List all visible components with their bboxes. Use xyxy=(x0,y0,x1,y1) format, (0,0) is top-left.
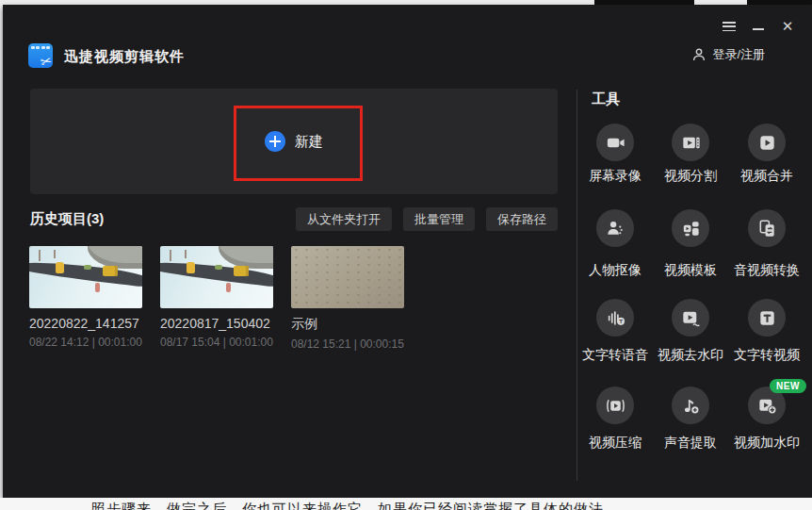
history-actions: 从文件夹打开 批量管理 保存路径 xyxy=(296,207,558,231)
tools-section-title: 工具 xyxy=(592,90,620,108)
background-text-line: 照步骤来。做完之后，你也可以来操作它。如果你已经阅读掌握了具体的做法， xyxy=(91,501,619,510)
project-name: 20220817_150402 xyxy=(160,316,273,331)
background-document-text: 照步骤来。做完之后，你也可以来操作它。如果你已经阅读掌握了具体的做法， xyxy=(0,498,812,510)
project-card[interactable]: 20220817_15040208/17 15:04 | 00:01:00 xyxy=(160,246,273,351)
project-meta: 08/12 15:21 | 00:00:15 xyxy=(291,337,404,351)
tool-label: 视频加水印 xyxy=(720,435,812,452)
person-cutout-icon xyxy=(596,209,634,247)
video-template-icon xyxy=(672,209,709,247)
film-holes xyxy=(31,46,50,49)
svg-text:T: T xyxy=(619,318,623,324)
annotation-highlight-box xyxy=(234,106,363,181)
user-icon xyxy=(691,47,706,62)
menu-icon[interactable] xyxy=(722,20,737,33)
scissors-icon: ✂ xyxy=(39,53,53,68)
video-merge-icon xyxy=(748,123,786,161)
app-logo-icon: ✂ xyxy=(28,43,53,68)
tool-label: 视频合并 xyxy=(720,168,812,185)
audio-extract-icon xyxy=(672,387,709,424)
project-card[interactable]: 20220822_14125708/22 14:12 | 00:01:00 xyxy=(29,246,142,351)
project-card[interactable]: 示例08/12 15:21 | 00:00:15 xyxy=(291,246,404,351)
menu-icon-glyph xyxy=(723,22,736,31)
project-thumbnail[interactable] xyxy=(29,246,142,308)
minimize-icon-glyph xyxy=(753,28,764,30)
history-section-title: 历史项目(3) xyxy=(30,210,104,228)
minimize-icon[interactable] xyxy=(751,20,766,33)
app-window: ✕ ✂ 迅捷视频剪辑软件 登录/注册 新建 历史项目(3) 从文件夹打开 批量管… xyxy=(3,5,812,498)
tool-av-convert[interactable]: 音视频转换 xyxy=(720,209,812,281)
login-register-label: 登录/注册 xyxy=(712,46,765,63)
save-path-button[interactable]: 保存路径 xyxy=(486,207,558,231)
project-thumbnail[interactable] xyxy=(160,246,273,308)
close-icon[interactable]: ✕ xyxy=(780,20,795,33)
project-list: 20220822_14125708/22 14:12 | 00:01:00202… xyxy=(29,246,422,351)
project-thumbnail[interactable] xyxy=(291,246,404,308)
watermark-remove-icon xyxy=(672,299,709,337)
tool-video-merge[interactable]: 视频合并 xyxy=(720,123,812,187)
project-meta: 08/17 15:04 | 00:01:00 xyxy=(160,336,273,349)
video-compress-icon xyxy=(596,387,634,424)
titlebar-controls: ✕ xyxy=(722,20,795,33)
text-to-speech-icon: T xyxy=(596,299,634,337)
tool-watermark-add[interactable]: 视频加水印NEW xyxy=(720,387,812,453)
tool-label: 音视频转换 xyxy=(720,262,812,279)
tool-text-to-video[interactable]: 文字转视频 xyxy=(720,299,812,366)
project-name: 示例 xyxy=(291,316,404,333)
video-split-icon xyxy=(672,123,709,161)
tool-label: 文字转视频 xyxy=(720,347,812,364)
app-title: 迅捷视频剪辑软件 xyxy=(64,48,185,66)
login-register-button[interactable]: 登录/注册 xyxy=(691,46,765,63)
project-meta: 08/22 14:12 | 00:01:00 xyxy=(29,336,142,349)
open-from-folder-button[interactable]: 从文件夹打开 xyxy=(296,207,392,231)
screen-record-icon xyxy=(596,123,634,161)
av-convert-icon xyxy=(748,209,786,247)
new-badge: NEW xyxy=(770,379,806,393)
batch-manage-button[interactable]: 批量管理 xyxy=(403,207,475,231)
text-to-video-icon xyxy=(748,299,786,337)
project-name: 20220822_141257 xyxy=(29,316,142,331)
